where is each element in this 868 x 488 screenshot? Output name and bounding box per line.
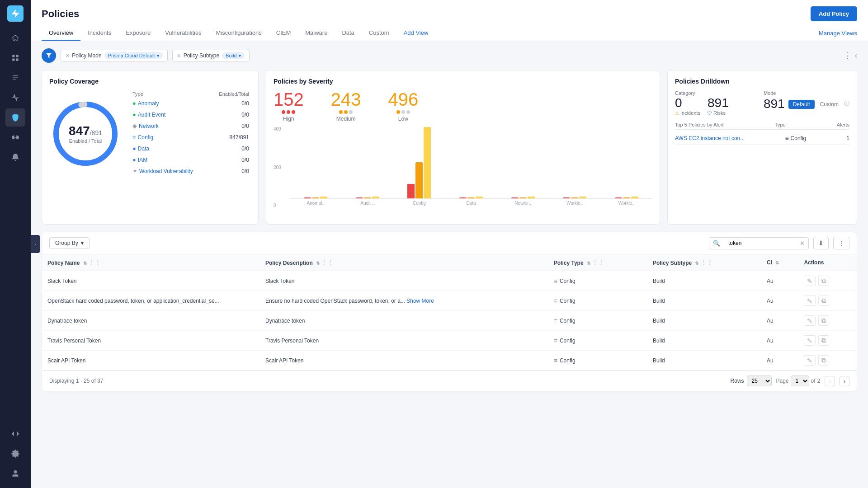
show-more-link[interactable]: Show More	[406, 298, 434, 304]
coverage-type-link[interactable]: ≡ Config	[132, 134, 208, 141]
sort-icon-desc[interactable]: ⇅	[316, 261, 320, 266]
policy-cl-cell: Au	[761, 291, 799, 311]
bar-data-high	[459, 197, 467, 198]
drag-handle-subtype[interactable]: ⋮⋮	[700, 259, 713, 266]
drilldown-table: Top 5 Policies by Alert Type Alerts AWS …	[675, 122, 849, 145]
download-button[interactable]: ⬇	[813, 237, 829, 249]
policy-subtype-value[interactable]: Build ▾	[222, 52, 244, 59]
sev-low: 496 Low	[388, 90, 419, 122]
tab-incidents[interactable]: Incidents	[80, 26, 118, 41]
sidebar-item-activity[interactable]	[5, 89, 25, 107]
coverage-type-cell: ≡ Config	[131, 131, 209, 143]
edit-button-0[interactable]: ✎	[804, 276, 816, 286]
main-content: Policies Add Policy Overview Incidents E…	[31, 0, 868, 488]
medium-num: 243	[331, 90, 361, 108]
search-input[interactable]	[724, 238, 796, 249]
coverage-type-link[interactable]: ● Anomaly	[132, 100, 208, 107]
policy-name-cell: Travis Personal Token	[42, 331, 260, 351]
severity-card: Policies by Severity 152 High 243	[266, 70, 660, 225]
tab-misconfigurations[interactable]: Misconfigurations	[209, 26, 269, 41]
coverage-type-link[interactable]: ● Data	[132, 145, 208, 152]
coverage-type-link[interactable]: ● Audit Event	[132, 111, 208, 118]
policy-mode-value[interactable]: Prisma Cloud Default ▾	[104, 52, 163, 59]
bar-network-high	[511, 197, 519, 198]
sort-icon-type[interactable]: ⇅	[587, 261, 590, 266]
drag-handle-type[interactable]: ⋮⋮	[592, 259, 604, 266]
copy-button-2[interactable]: ⧉	[818, 315, 829, 326]
tab-data[interactable]: Data	[335, 26, 361, 41]
bar-label-network: Networ..	[499, 201, 547, 206]
bar-workload2	[602, 197, 651, 198]
logo-icon	[10, 9, 20, 19]
file-icon	[11, 133, 19, 141]
high-dots	[274, 110, 304, 114]
sidebar-item-code[interactable]	[5, 425, 25, 443]
edit-button-3[interactable]: ✎	[804, 335, 816, 346]
sort-icon-cl[interactable]: ⇅	[775, 260, 779, 265]
policy-subtype-cell: Build	[647, 271, 761, 291]
filter-remove-policy-mode[interactable]: ×	[66, 52, 69, 59]
tab-overview[interactable]: Overview	[42, 26, 80, 41]
sidebar-item-alerts[interactable]	[5, 148, 25, 166]
coverage-type-link[interactable]: ✦ Workload Vulnerability	[132, 168, 208, 174]
sort-icon-subtype[interactable]: ⇅	[695, 261, 698, 266]
collapse-icon[interactable]: ‹	[855, 52, 857, 60]
bars-container	[290, 127, 652, 199]
sidebar-item-list[interactable]	[5, 69, 25, 87]
rows-per-page-select[interactable]: 25 50 100	[747, 375, 772, 386]
filter-remove-policy-subtype[interactable]: ×	[177, 52, 181, 59]
next-page-button[interactable]: ›	[840, 376, 849, 386]
config-icon: ≡	[554, 357, 557, 364]
copy-button-4[interactable]: ⧉	[818, 355, 829, 366]
header-top: Policies Add Policy	[42, 6, 857, 21]
edit-button-4[interactable]: ✎	[804, 355, 816, 366]
tab-exposure[interactable]: Exposure	[118, 26, 158, 41]
code-icon	[11, 430, 19, 438]
coverage-type-link[interactable]: ● IAM	[132, 156, 208, 163]
sort-icon-name[interactable]: ⇅	[83, 261, 87, 266]
filter-icon[interactable]	[42, 48, 56, 63]
manage-views-link[interactable]: Manage Views	[819, 26, 857, 40]
bars-anomaly	[304, 197, 327, 198]
tab-add-view[interactable]: Add View	[396, 26, 436, 41]
edit-button-1[interactable]: ✎	[804, 296, 816, 306]
group-by-button[interactable]: Group By ▾	[49, 237, 90, 249]
sidebar-item-settings[interactable]	[5, 445, 25, 463]
sidebar-expand-btn[interactable]: ›	[31, 235, 40, 253]
column-settings-button[interactable]: ⋮	[833, 237, 849, 249]
drag-handle-desc[interactable]: ⋮⋮	[321, 259, 334, 266]
page-label: Page	[776, 378, 789, 384]
copy-button-0[interactable]: ⧉	[818, 276, 829, 286]
tab-ciem[interactable]: CIEM	[269, 26, 298, 41]
sidebar-item-shield[interactable]	[5, 108, 25, 127]
mode-tab-custom[interactable]: Custom	[816, 100, 843, 109]
sidebar-item-dashboard[interactable]	[5, 49, 25, 67]
page-number-select[interactable]: 1 2	[791, 375, 809, 386]
copy-button-1[interactable]: ⧉	[818, 296, 829, 306]
rows-select: Rows 25 50 100	[731, 375, 772, 386]
th-policy-type: Policy Type ⇅ ⋮⋮	[548, 254, 647, 271]
policy-link[interactable]: AWS EC2 instance not con...	[675, 135, 745, 141]
tab-malware[interactable]: Malware	[298, 26, 335, 41]
prev-page-button[interactable]: ‹	[825, 376, 835, 386]
drilldown-stats-row: Category 0 ⚠ Incidents 891	[675, 90, 849, 116]
tab-custom[interactable]: Custom	[362, 26, 396, 41]
sidebar-item-home[interactable]	[5, 29, 25, 47]
drag-handle-name[interactable]: ⋮⋮	[88, 259, 101, 266]
coverage-type-link[interactable]: ◆ Network	[132, 122, 208, 129]
sidebar-item-user[interactable]	[5, 465, 25, 483]
copy-button-3[interactable]: ⧉	[818, 335, 829, 346]
policy-desc-cell: Scalr API Token	[260, 351, 548, 371]
mode-tab-default[interactable]: Default	[788, 100, 815, 109]
tab-vulnerabilities[interactable]: Vulnerabilities	[158, 26, 208, 41]
col-type: Type	[131, 90, 209, 98]
app-logo[interactable]	[7, 5, 24, 22]
sidebar-item-reports[interactable]	[5, 128, 25, 146]
edit-button-2[interactable]: ✎	[804, 315, 816, 326]
info-icon[interactable]: ⓘ	[844, 100, 849, 109]
policy-cl-cell: Au	[761, 351, 799, 371]
mode-stat: Mode 891 Default Custom ⓘ	[764, 90, 849, 111]
more-options-icon[interactable]: ⋮	[843, 51, 851, 61]
clear-search-icon[interactable]: ✕	[796, 238, 808, 249]
add-policy-button[interactable]: Add Policy	[811, 6, 857, 21]
